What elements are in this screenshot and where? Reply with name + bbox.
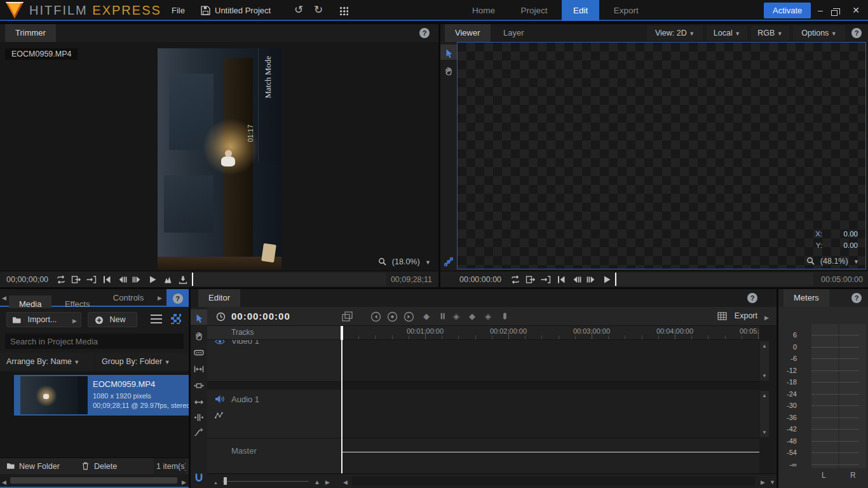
space-dropdown[interactable]: Local ▼: [707, 25, 747, 41]
select-tool[interactable]: [191, 309, 207, 325]
channel-dropdown[interactable]: RGB ▼: [751, 25, 789, 41]
list-view-icon[interactable]: [151, 315, 162, 323]
undo-icon[interactable]: ↺: [294, 0, 303, 21]
step-back-icon[interactable]: [117, 274, 127, 285]
delete-button[interactable]: Delete: [94, 458, 117, 475]
scroll-up-icon[interactable]: ▲: [760, 393, 769, 398]
video-track-header[interactable]: Video 1: [207, 340, 342, 382]
new-button[interactable]: New: [88, 312, 137, 327]
master-track-header[interactable]: Master: [207, 438, 342, 473]
viewer-hand-tool[interactable]: [440, 62, 457, 78]
save-icon[interactable]: [201, 6, 210, 15]
add-keyframe-icon[interactable]: [387, 311, 398, 322]
viewer-help-icon[interactable]: ?: [851, 28, 862, 38]
scroll-left-icon[interactable]: ◀: [2, 477, 6, 487]
hscroll-right-icon[interactable]: ▶: [761, 477, 765, 487]
media-item-row[interactable]: EOCM0959.MP4 1080 x 1920 pixels 00;09;28…: [14, 375, 189, 416]
loop-playback-icon[interactable]: [56, 274, 66, 285]
meters-tab[interactable]: Meters: [783, 289, 829, 307]
export-more-icon[interactable]: ▶: [764, 313, 769, 323]
redo-icon[interactable]: ↻: [314, 0, 323, 21]
keyframe-diamond-icon-2[interactable]: ◆: [469, 311, 475, 321]
scroll-down-icon[interactable]: ▼: [762, 373, 767, 379]
scroll-up-icon[interactable]: ▲: [760, 343, 769, 349]
snap-toggle[interactable]: [191, 469, 207, 484]
video-vscrollbar[interactable]: ▲ ▼: [760, 341, 769, 381]
slide-tool[interactable]: [191, 377, 207, 392]
speaker-icon[interactable]: [215, 395, 224, 403]
hscroll-left-icon[interactable]: ◀: [343, 477, 348, 487]
audio-vscrollbar[interactable]: ▲ ▼: [760, 391, 769, 437]
scroll-down-icon[interactable]: ▼: [762, 430, 767, 435]
hand-tool[interactable]: [191, 327, 207, 342]
master-volume-line[interactable]: [342, 452, 759, 452]
slip-tool[interactable]: [191, 360, 207, 376]
audio-track-header[interactable]: Audio 1: [207, 390, 342, 438]
trimmer-help-icon[interactable]: ?: [419, 28, 430, 38]
viewer-select-tool[interactable]: [440, 44, 457, 60]
export-frame-icon[interactable]: [71, 274, 81, 285]
search-input[interactable]: [5, 334, 184, 349]
minimize-button[interactable]: –: [813, 0, 827, 21]
slice-tool[interactable]: [191, 344, 207, 359]
snapshot-icon[interactable]: [342, 311, 353, 322]
eye-icon[interactable]: [215, 340, 225, 345]
overwrite-clip-icon[interactable]: [178, 274, 188, 285]
waveform-icon[interactable]: [215, 411, 224, 419]
scrollbar-thumb[interactable]: [10, 477, 177, 484]
zoom-in-icon[interactable]: ▲: [314, 477, 320, 487]
playhead-marker[interactable]: [341, 326, 343, 340]
meters-help-icon[interactable]: ?: [851, 293, 862, 303]
viewer-canvas[interactable]: X: 0.00 Y: 0.00 (48.1%) ▼: [457, 42, 866, 269]
scroll-right-icon[interactable]: ▶: [182, 477, 186, 487]
ripple-edit-tool[interactable]: [191, 393, 207, 409]
restore-button[interactable]: [831, 7, 837, 18]
step-back-icon[interactable]: [571, 274, 581, 285]
pill-marker-icon[interactable]: [500, 311, 510, 321]
pause-marker-icon[interactable]: [438, 311, 447, 321]
zoom-slider-handle[interactable]: [224, 477, 227, 485]
grid-view-icon[interactable]: [171, 314, 181, 324]
nav-tab-edit[interactable]: Edit: [562, 0, 599, 21]
import-button[interactable]: Import... ▶: [6, 312, 81, 327]
nav-tab-export[interactable]: Export: [602, 0, 650, 21]
file-menu[interactable]: File: [172, 0, 185, 21]
editor-hscrollbar[interactable]: [352, 477, 755, 485]
play-icon[interactable]: [147, 274, 158, 285]
viewer-zoom-control[interactable]: (48.1%) ▼: [806, 255, 859, 266]
play-icon[interactable]: [602, 274, 612, 285]
corner-scroll-down-icon[interactable]: ▼: [770, 477, 775, 487]
media-hscrollbar[interactable]: ◀ ▶: [0, 475, 189, 485]
options-dropdown[interactable]: Options ▼: [793, 25, 845, 41]
media-help-icon[interactable]: ?: [173, 294, 183, 304]
group-by-dropdown[interactable]: Group By: Folder ▼: [95, 353, 189, 370]
tab-scroll-right-icon[interactable]: ▶: [158, 293, 162, 303]
close-button[interactable]: ✕: [849, 0, 863, 21]
audio-track-lane[interactable]: [342, 390, 759, 438]
loop-playback-icon[interactable]: [510, 274, 520, 285]
timeline-zoom-slider[interactable]: [222, 481, 309, 482]
master-track-lane[interactable]: [342, 438, 759, 473]
previous-frame-icon[interactable]: [556, 274, 566, 285]
trimmer-playhead[interactable]: [192, 273, 193, 286]
rolling-edit-tool[interactable]: [191, 409, 207, 424]
zoom-out-icon[interactable]: ▲: [214, 478, 218, 488]
arrange-by-dropdown[interactable]: Arrange By: Name ▼: [0, 353, 94, 370]
zoom-expand-icon[interactable]: ▶: [325, 477, 330, 487]
editor-help-icon[interactable]: ?: [747, 293, 757, 303]
keyframe-outline-diamond-icon-2[interactable]: ◈: [485, 311, 491, 321]
trimmer-tab[interactable]: Trimmer: [5, 24, 56, 42]
insert-clip-icon[interactable]: [163, 274, 173, 285]
previous-keyframe-icon[interactable]: [370, 311, 381, 322]
trimmer-video-preview[interactable]: Match Mode 01:17: [158, 48, 281, 269]
rate-stretch-tool[interactable]: [191, 424, 207, 439]
editor-timecode[interactable]: 00:00:00:00: [231, 311, 290, 322]
keyframe-outline-diamond-icon[interactable]: ◈: [453, 311, 459, 321]
new-folder-button[interactable]: New Folder: [19, 458, 60, 475]
nav-tab-home[interactable]: Home: [461, 0, 506, 21]
controls-tab[interactable]: Controls: [103, 289, 146, 307]
layer-tab[interactable]: Layer: [493, 24, 534, 42]
next-keyframe-icon[interactable]: [403, 311, 414, 322]
viewer-tab[interactable]: Viewer: [445, 24, 491, 42]
trimmer-zoom-control[interactable]: (18.0%) ▼: [378, 255, 431, 267]
